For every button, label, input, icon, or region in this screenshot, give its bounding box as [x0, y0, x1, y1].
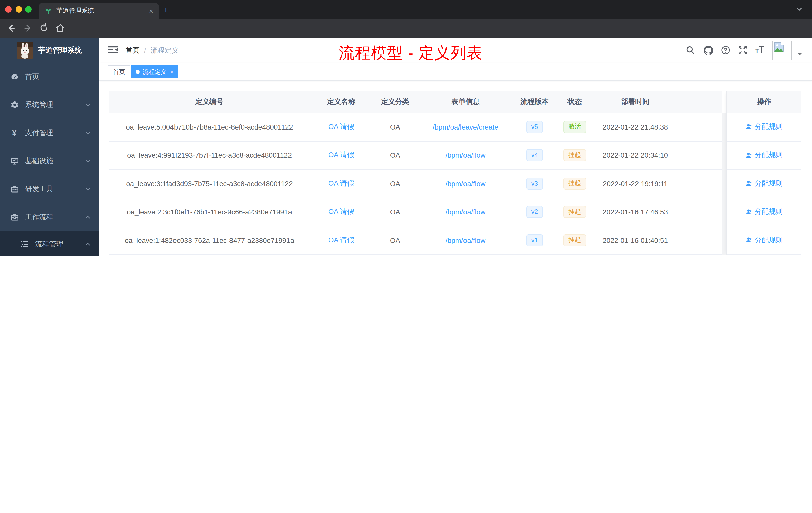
sidebar-item-process-mgmt[interactable]: 流程管理 [0, 232, 99, 256]
column-header-deploy-time: 部署时间 [593, 97, 677, 107]
cell-category: OA [373, 180, 418, 188]
tab-close-icon[interactable]: × [149, 7, 153, 15]
search-icon[interactable] [686, 46, 695, 57]
sidebar-item-system[interactable]: 系统管理 [0, 91, 99, 119]
assign-rule-label: 分配规则 [754, 179, 783, 188]
definition-name-link[interactable]: OA 请假 [328, 122, 354, 131]
table-row: oa_leave:5:004b710b-7b8a-11ec-8ef0-acde4… [109, 113, 722, 141]
status-badge: 挂起 [563, 178, 586, 190]
version-badge: v1 [526, 234, 543, 246]
definition-name-link[interactable]: OA 请假 [328, 208, 354, 217]
cell-deploy-time: 2022-01-22 20:34:10 [593, 151, 677, 159]
assign-rule-label: 分配规则 [754, 122, 783, 131]
back-icon[interactable] [6, 23, 16, 35]
cell-definition-id: oa_leave:1:482ec033-762a-11ec-8477-a2380… [109, 236, 310, 244]
table-row: oa_leave:4:991f2193-7b7f-11ec-a3c8-acde4… [109, 141, 722, 170]
cell-deploy-time: 2022-01-16 01:40:51 [593, 236, 677, 244]
app-logo[interactable]: 芋道管理系统 [0, 38, 99, 63]
breadcrumb-separator: / [144, 46, 146, 55]
tags-view-bar: 首页 流程定义 × [99, 63, 812, 81]
help-icon[interactable] [721, 46, 730, 57]
table-row: oa_leave:2:3c1f0ef1-76b1-11ec-9c66-a2380… [109, 198, 722, 227]
sidebar-item-label: 基础设施 [25, 157, 53, 165]
active-dot [136, 70, 140, 74]
column-header-category: 定义分类 [373, 97, 418, 107]
browser-tab-strip: 芋道管理系统 × + [0, 0, 812, 19]
assign-rule-button[interactable]: 分配规则 [727, 113, 802, 141]
browser-tab[interactable]: 芋道管理系统 × [39, 2, 159, 19]
sidebar-collapse-icon[interactable] [108, 45, 118, 57]
definition-name-link[interactable]: OA 请假 [328, 236, 354, 245]
new-tab-button[interactable]: + [163, 4, 169, 16]
tab-search-chevron-icon[interactable] [796, 5, 803, 14]
logo-avatar [17, 42, 33, 58]
briefcase-icon [10, 213, 19, 221]
cell-definition-id: oa_leave:2:3c1f0ef1-76b1-11ec-9c66-a2380… [109, 208, 310, 216]
home-icon[interactable] [55, 23, 65, 35]
browser-toolbar: 不安全 | dashboard.yudao.iocoder.cn/bpm/man… [0, 19, 812, 38]
font-size-icon[interactable]: TT [755, 45, 764, 55]
page-title-annotation: 流程模型 - 定义列表 [320, 43, 501, 64]
tag-close-icon[interactable]: × [170, 69, 174, 75]
assign-rule-button[interactable]: 分配规则 [727, 227, 802, 255]
assign-rule-button[interactable]: 分配规则 [727, 141, 802, 170]
version-badge: v4 [526, 149, 543, 161]
reload-icon[interactable] [39, 23, 49, 35]
column-header-version: 流程版本 [513, 97, 556, 107]
status-badge: 挂起 [563, 149, 586, 161]
monitor-icon [10, 157, 19, 165]
screen: 芋道管理系统 × + 不安全 | dashboard.yudao.iocoder… [0, 0, 812, 256]
sidebar-item-home[interactable]: 首页 [0, 62, 99, 91]
cell-category: OA [373, 208, 418, 216]
table-header: 定义编号 定义名称 定义分类 表单信息 流程版本 状态 部署时间 [109, 91, 722, 113]
assign-rule-button[interactable]: 分配规则 [727, 198, 802, 227]
sidebar-item-label: 流程管理 [35, 240, 63, 249]
site-favicon-plant-icon [45, 7, 52, 14]
chevron-down-icon [85, 102, 91, 108]
assign-rule-label: 分配规则 [754, 208, 783, 217]
sidebar-item-infra[interactable]: 基础设施 [0, 147, 99, 175]
operation-column: 操作 分配规则 分配规则 分配规则 分配规则 分配规则 [726, 91, 802, 255]
sidebar-item-label: 支付管理 [25, 128, 53, 138]
sidebar-item-workflow[interactable]: 工作流程 [0, 203, 99, 232]
breadcrumb-home[interactable]: 首页 [125, 46, 140, 55]
cell-category: OA [373, 123, 418, 131]
fullscreen-icon[interactable] [738, 46, 747, 57]
sidebar-item-label: 首页 [25, 72, 39, 81]
form-info-link[interactable]: /bpm/oa/flow [446, 236, 486, 244]
avatar[interactable] [772, 41, 792, 60]
yen-icon: ¥ [10, 128, 19, 138]
tag-home[interactable]: 首页 [108, 65, 130, 78]
sidebar-item-payment[interactable]: ¥ 支付管理 [0, 119, 99, 147]
form-info-link[interactable]: /bpm/oa/flow [446, 151, 486, 159]
definition-name-link[interactable]: OA 请假 [328, 179, 354, 188]
cell-deploy-time: 2022-01-16 17:46:53 [593, 208, 677, 216]
sidebar-item-devtools[interactable]: 研发工具 [0, 175, 99, 203]
app-window: 芋道管理系统 首页 系统管理 ¥ 支付管理 基础设施 [0, 38, 812, 256]
form-info-link[interactable]: /bpm/oa/flow [446, 208, 486, 216]
tag-label: 首页 [113, 67, 125, 76]
cell-definition-id: oa_leave:4:991f2193-7b7f-11ec-a3c8-acde4… [109, 151, 310, 159]
cell-category: OA [373, 151, 418, 159]
window-zoom-button[interactable] [25, 6, 32, 12]
chevron-down-icon [85, 158, 91, 164]
cell-definition-id: oa_leave:5:004b710b-7b8a-11ec-8ef0-acde4… [109, 123, 310, 131]
form-info-link[interactable]: /bpm/oa/leave/create [433, 123, 498, 131]
forward-icon[interactable] [23, 23, 33, 35]
window-minimize-button[interactable] [15, 6, 22, 12]
cell-deploy-time: 2022-01-22 21:48:38 [593, 123, 677, 131]
list-tree-icon [20, 240, 29, 248]
cell-definition-id: oa_leave:3:1fad3d93-7b75-11ec-a3c8-acde4… [109, 180, 310, 188]
github-icon[interactable] [703, 46, 713, 57]
assign-rule-button[interactable]: 分配规则 [727, 170, 802, 198]
definition-name-link[interactable]: OA 请假 [328, 151, 354, 160]
chevron-up-icon [85, 214, 91, 220]
window-close-button[interactable] [5, 6, 11, 12]
form-info-link[interactable]: /bpm/oa/flow [446, 180, 486, 188]
cell-category: OA [373, 236, 418, 244]
dashboard-icon [10, 72, 19, 81]
version-badge: v2 [526, 206, 543, 218]
tag-process-definition[interactable]: 流程定义 × [130, 65, 178, 78]
column-header-id: 定义编号 [109, 97, 310, 107]
avatar-caret-down-icon[interactable] [798, 50, 803, 59]
